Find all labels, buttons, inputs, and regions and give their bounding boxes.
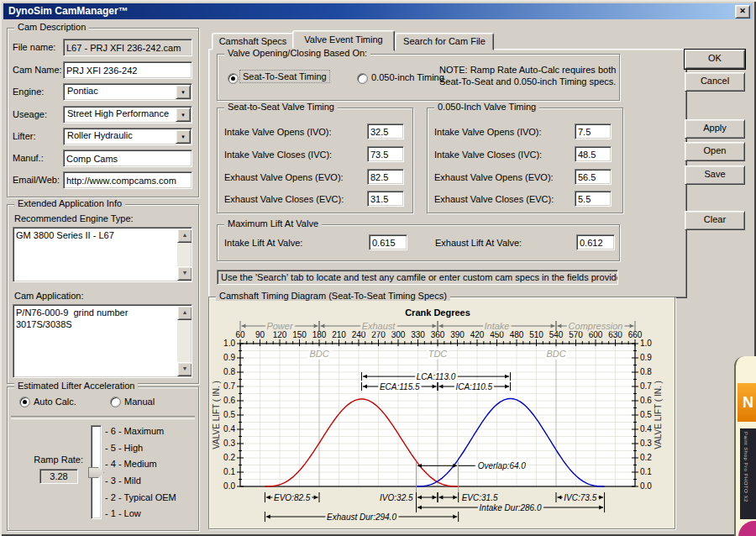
inch-timing-radio[interactable] <box>357 73 368 84</box>
dynosim-cammanager-dialog: DynoSim CamManager™ ✕ Cam Description Fi… <box>0 0 756 536</box>
scroll-down-button[interactable]: ▼ <box>177 362 192 376</box>
svg-text:VALVE LIFT ( IN. ): VALVE LIFT ( IN. ) <box>654 381 663 449</box>
engine-combo[interactable]: Pontiac ▼ <box>63 83 192 101</box>
open-button[interactable]: Open <box>685 142 745 161</box>
engine-dropdown-button[interactable]: ▼ <box>176 85 191 99</box>
svg-text:LCA:113.0: LCA:113.0 <box>417 372 456 381</box>
svg-text:240: 240 <box>352 330 366 339</box>
intake-lift-input[interactable] <box>369 234 407 250</box>
tab-label: Search for Cam File <box>403 36 486 46</box>
cam-application-scrollbar[interactable]: ▲ ▼ <box>177 306 191 376</box>
scroll-up-button[interactable]: ▲ <box>177 306 192 320</box>
intake-lift-label: Intake Lift At Valve: <box>224 238 302 248</box>
file-name-label: File name: <box>13 42 55 52</box>
svg-text:Crank Degrees: Crank Degrees <box>405 307 470 318</box>
ok-button[interactable]: OK <box>685 50 745 69</box>
svg-text:150: 150 <box>292 330 307 339</box>
window-title: DynoSim CamManager™ <box>8 5 129 17</box>
seat-evc-input[interactable] <box>367 191 404 207</box>
svg-text:0.9: 0.9 <box>640 353 652 362</box>
note-line2: Seat-To-Seat and 0.050-inch Timing specs… <box>439 76 616 87</box>
svg-text:0.2: 0.2 <box>640 453 652 462</box>
scroll-up-icon: ▲ <box>182 309 188 315</box>
seat-timing-legend: Seat-to-Seat Valve Timing <box>224 102 338 112</box>
valve-basis-group: Valve Opening/Closing Based On: Seat-To-… <box>217 54 620 101</box>
cam-application-text: P/N76-000-9 grind number 3017S/3038S <box>16 307 176 330</box>
cancel-button[interactable]: Cancel <box>685 72 745 92</box>
close-button[interactable]: ✕ <box>735 5 750 18</box>
seat-evo-label: Exhaust Valve Opens (EVO): <box>224 172 344 182</box>
scroll-up-button[interactable]: ▲ <box>177 229 192 243</box>
cam-application-label: Cam Application: <box>14 291 84 301</box>
slider-scale-2: - 2 - Typical OEM <box>105 492 176 502</box>
inch-timing-legend: 0.050-Inch Valve Timing <box>434 102 539 112</box>
clear-button[interactable]: Clear <box>685 211 745 230</box>
svg-text:IVO:32.5: IVO:32.5 <box>380 493 413 502</box>
chevron-down-icon: ▼ <box>181 113 186 118</box>
seat-ivo-input[interactable] <box>367 123 404 139</box>
svg-text:1.0: 1.0 <box>223 339 235 348</box>
seat-to-seat-label[interactable]: Seat-To-Seat Timing <box>240 71 329 82</box>
inch-evo-input[interactable] <box>575 169 612 185</box>
manuf-field[interactable] <box>63 150 192 167</box>
seat-to-seat-radio[interactable] <box>228 73 239 84</box>
ramp-rate-slider-thumb[interactable] <box>88 467 104 478</box>
engine-type-textarea[interactable]: GM 3800 Series II - L67 ▲ ▼ <box>13 227 192 282</box>
tab-label: Camshaft Specs <box>219 36 287 46</box>
svg-text:0.8: 0.8 <box>223 367 235 376</box>
cam-application-textarea[interactable]: P/N76-000-9 grind number 3017S/3038S ▲ ▼ <box>13 304 192 378</box>
cam-name-field[interactable] <box>63 61 192 79</box>
cam-name-label: Cam Name: <box>13 65 62 75</box>
overlay-brand-banner: N <box>738 383 756 422</box>
manual-radio[interactable] <box>110 397 121 407</box>
scroll-down-button[interactable]: ▼ <box>177 266 192 281</box>
svg-text:Exhaust: Exhaust <box>362 321 396 331</box>
lifter-combo[interactable]: Roller Hydraulic ▼ <box>63 128 192 145</box>
inch-ivo-input[interactable] <box>575 123 612 139</box>
timing-diagram-group: Camshaft Timing Diagram (Seat-To-Seat Ti… <box>208 297 675 529</box>
svg-text:Intake: Intake <box>485 321 510 331</box>
extended-info-legend: Extended Application Info <box>14 198 125 208</box>
svg-text:0.3: 0.3 <box>223 439 235 448</box>
svg-text:EVO:82.5: EVO:82.5 <box>274 493 311 502</box>
title-bar[interactable]: DynoSim CamManager™ ✕ <box>3 3 753 19</box>
apply-button[interactable]: Apply <box>685 119 745 139</box>
overlay-product-text: Paint Shop Pro PHOTO X2 <box>743 432 748 502</box>
scroll-down-icon: ▼ <box>182 270 188 276</box>
engine-type-label: Recommended Engine Type: <box>14 213 134 223</box>
seat-evo-input[interactable] <box>367 169 404 185</box>
seat-ivc-input[interactable] <box>367 146 404 162</box>
radio-dot-icon <box>23 400 27 404</box>
svg-text:Intake Dur:286.0: Intake Dur:286.0 <box>480 503 542 512</box>
slider-scale-3: - 3 - Mild <box>105 476 141 486</box>
svg-text:540: 540 <box>549 330 564 339</box>
inch-evc-label: Exhaust Valve Closes (EVC): <box>434 194 554 204</box>
engine-label: Engine: <box>13 87 44 97</box>
lifter-dropdown-button[interactable]: ▼ <box>176 129 191 144</box>
svg-text:450: 450 <box>490 330 504 339</box>
engine-type-scrollbar[interactable]: ▲ ▼ <box>177 229 191 281</box>
useage-combo[interactable]: Street High Performance ▼ <box>63 106 192 123</box>
inch-ivc-input[interactable] <box>575 146 612 162</box>
svg-text:0.4: 0.4 <box>640 424 652 434</box>
tab-search-for-cam-file[interactable]: Search for Cam File <box>395 33 494 50</box>
inch-evc-input[interactable] <box>575 191 612 207</box>
svg-text:120: 120 <box>273 330 287 339</box>
close-icon: ✕ <box>739 7 746 15</box>
exhaust-lift-input[interactable] <box>576 234 615 250</box>
useage-dropdown-button[interactable]: ▼ <box>176 108 191 122</box>
useage-value: Street High Performance <box>67 108 169 118</box>
svg-text:0.8: 0.8 <box>640 367 652 376</box>
svg-text:0.9: 0.9 <box>223 353 235 362</box>
svg-text:180: 180 <box>312 330 327 339</box>
svg-text:Exhaust Dur:294.0: Exhaust Dur:294.0 <box>327 512 396 522</box>
svg-text:480: 480 <box>510 330 524 339</box>
svg-text:510: 510 <box>529 330 543 339</box>
save-button[interactable]: Save <box>685 166 745 185</box>
max-lift-group: Maximum Lift At Valve Intake Lift At Val… <box>217 224 620 261</box>
svg-text:1.0: 1.0 <box>640 339 652 348</box>
file-name-field[interactable] <box>63 39 192 56</box>
auto-calc-radio[interactable] <box>19 397 30 407</box>
svg-text:0.7: 0.7 <box>223 381 235 391</box>
email-web-field[interactable] <box>63 171 192 189</box>
